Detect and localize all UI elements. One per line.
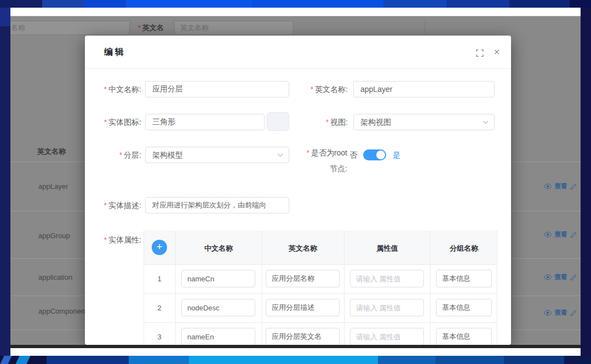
decor-left-edge bbox=[0, 26, 10, 356]
icon-picker-button[interactable] bbox=[267, 112, 289, 131]
attr-value-input[interactable] bbox=[350, 328, 424, 345]
bg-name-cn-input[interactable]: 中文名称 bbox=[10, 21, 130, 35]
bg-form-divider bbox=[424, 21, 425, 35]
decor-band-segment bbox=[0, 0, 42, 8]
layer-select-value: 架构模型 bbox=[152, 151, 183, 159]
is-root-label: *是否为root节点: bbox=[299, 145, 347, 177]
required-asterisk: * bbox=[104, 201, 107, 210]
decor-band-segment bbox=[570, 0, 591, 8]
close-icon[interactable]: × bbox=[491, 46, 503, 58]
attr-group-input[interactable] bbox=[436, 328, 492, 345]
table-row: appLayer bbox=[38, 182, 68, 190]
table-grid-line bbox=[262, 230, 262, 345]
fullscreen-icon[interactable] bbox=[476, 49, 484, 57]
table-grid-line bbox=[430, 230, 431, 345]
is-root-off-label: 否 bbox=[349, 147, 360, 163]
row-actions: 查看 bbox=[544, 273, 577, 282]
decor-band-segment bbox=[509, 0, 570, 8]
row-actions: 查看 bbox=[544, 230, 577, 239]
row-actions: 查看 bbox=[544, 308, 577, 317]
chevron-down-icon bbox=[483, 120, 489, 124]
required-asterisk: * bbox=[306, 148, 309, 157]
decor-band-segment bbox=[189, 356, 378, 364]
view-link[interactable]: 查看 bbox=[554, 273, 567, 282]
dialog-header-divider bbox=[85, 68, 511, 69]
eye-icon[interactable] bbox=[544, 232, 552, 238]
attr-cn-input[interactable] bbox=[181, 299, 255, 316]
decor-band-segment bbox=[252, 0, 383, 8]
entity-icon-label: *实体图标: bbox=[85, 114, 141, 130]
screen-frame: 中文名称 *英文名 英文名称 英文名称 appLayer appGroup ap… bbox=[0, 0, 591, 364]
attr-table-header bbox=[144, 230, 497, 264]
layer-label: *分层: bbox=[85, 147, 141, 163]
attr-cn-input[interactable] bbox=[181, 328, 255, 345]
required-asterisk: * bbox=[138, 24, 141, 32]
bg-name-en-input[interactable]: 英文名称 bbox=[174, 21, 294, 35]
required-asterisk: * bbox=[104, 85, 107, 94]
attr-value-input[interactable] bbox=[350, 299, 424, 316]
decor-band-segment bbox=[126, 0, 252, 8]
view-label: *视图: bbox=[290, 114, 348, 130]
view-select[interactable]: 架构视图 bbox=[353, 114, 495, 130]
attr-en-input[interactable] bbox=[266, 270, 340, 287]
pencil-icon[interactable] bbox=[570, 183, 577, 190]
dialog-title: 编辑 bbox=[104, 47, 126, 58]
chevron-down-icon bbox=[277, 153, 283, 157]
table-grid-line bbox=[144, 322, 497, 323]
attr-en-input[interactable] bbox=[266, 328, 340, 345]
view-link[interactable]: 查看 bbox=[554, 230, 567, 239]
attr-group-input[interactable] bbox=[436, 299, 492, 316]
required-asterisk: * bbox=[326, 118, 329, 126]
eye-icon[interactable] bbox=[544, 183, 552, 189]
edit-dialog: 编辑 × *中文名称: *英文名称: *实体图标: *视图: 架构视图 *分层: bbox=[85, 36, 511, 345]
is-root-toggle[interactable] bbox=[363, 149, 386, 160]
col-header-attr-value: 属性值 bbox=[377, 244, 398, 253]
eye-icon[interactable] bbox=[544, 274, 552, 280]
table-row: appGroup bbox=[38, 232, 70, 240]
bg-table-header-name-en: 英文名称 bbox=[37, 147, 66, 157]
bg-name-en-placeholder: 英文名称 bbox=[175, 21, 209, 34]
col-header-name-en: 英文名称 bbox=[289, 244, 317, 253]
required-asterisk: * bbox=[311, 85, 313, 94]
view-link[interactable]: 查看 bbox=[554, 308, 567, 317]
entity-icon-input[interactable] bbox=[145, 114, 265, 130]
decor-band-segment bbox=[383, 0, 446, 8]
eye-icon[interactable] bbox=[544, 310, 552, 316]
entity-attrs-table: + 中文名称 英文名称 属性值 分组名称 1 2 3 bbox=[144, 230, 497, 345]
bottom-white-strip bbox=[10, 348, 581, 356]
required-asterisk: * bbox=[104, 118, 107, 126]
pencil-icon[interactable] bbox=[570, 274, 577, 281]
attr-value-input[interactable] bbox=[350, 270, 424, 287]
table-grid-line bbox=[144, 230, 144, 345]
pencil-icon[interactable] bbox=[570, 232, 577, 238]
table-row: application bbox=[38, 273, 72, 281]
is-root-on-label: 是 bbox=[393, 147, 404, 163]
view-select-value: 架构视图 bbox=[360, 118, 391, 126]
pencil-icon[interactable] bbox=[570, 310, 577, 316]
attr-cn-input[interactable] bbox=[181, 270, 255, 287]
table-grid-line bbox=[175, 230, 176, 345]
name-en-input[interactable] bbox=[353, 81, 495, 97]
name-cn-label: *中文名称: bbox=[85, 81, 141, 97]
add-attribute-button[interactable]: + bbox=[152, 240, 167, 255]
table-grid-line bbox=[144, 264, 497, 265]
view-link[interactable]: 查看 bbox=[554, 182, 567, 191]
col-header-group-name: 分组名称 bbox=[450, 244, 478, 253]
bg-name-en-label: *英文名 bbox=[138, 21, 164, 35]
entity-attrs-label: *实体属性: bbox=[85, 232, 141, 248]
attr-en-input[interactable] bbox=[266, 299, 340, 316]
attr-group-input[interactable] bbox=[436, 270, 492, 287]
decor-band-segment bbox=[435, 356, 504, 364]
name-cn-input[interactable] bbox=[145, 81, 289, 97]
entity-desc-input[interactable] bbox=[145, 197, 289, 213]
bg-name-cn-placeholder: 中文名称 bbox=[10, 21, 25, 34]
decor-band-segment bbox=[42, 0, 84, 8]
table-grid-line bbox=[144, 293, 497, 294]
row-index: 1 bbox=[144, 275, 175, 283]
required-asterisk: * bbox=[119, 151, 122, 159]
row-index: 3 bbox=[144, 333, 175, 341]
decor-band-segment bbox=[378, 356, 435, 364]
table-grid-line bbox=[344, 230, 345, 345]
decor-right-edge bbox=[581, 8, 591, 356]
layer-select[interactable]: 架构模型 bbox=[145, 147, 289, 163]
